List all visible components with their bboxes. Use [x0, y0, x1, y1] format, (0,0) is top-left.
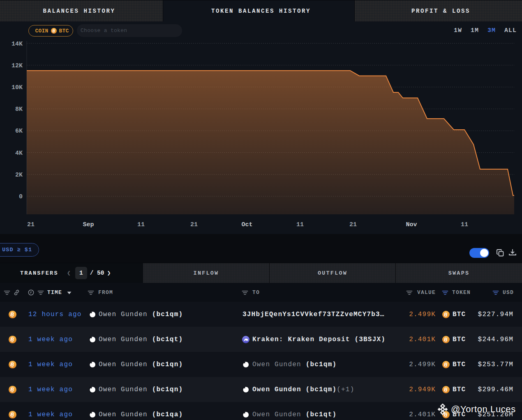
svg-text:21: 21 — [27, 221, 35, 228]
svg-text:21: 21 — [190, 221, 198, 228]
svg-text:Oct: Oct — [241, 221, 252, 228]
svg-text:11: 11 — [461, 221, 468, 228]
svg-text:11: 11 — [296, 221, 304, 228]
svg-text:11: 11 — [137, 221, 145, 228]
svg-text:6K: 6K — [15, 128, 23, 135]
svg-text:4K: 4K — [15, 150, 23, 157]
svg-text:0: 0 — [19, 193, 23, 200]
svg-text:Sep: Sep — [83, 221, 94, 228]
svg-text:2K: 2K — [15, 172, 23, 179]
svg-text:12K: 12K — [12, 62, 23, 69]
svg-text:Nov: Nov — [406, 221, 417, 228]
svg-text:8K: 8K — [15, 106, 23, 113]
svg-text:14K: 14K — [12, 41, 23, 48]
svg-text:10K: 10K — [12, 84, 23, 91]
svg-text:21: 21 — [349, 221, 357, 228]
